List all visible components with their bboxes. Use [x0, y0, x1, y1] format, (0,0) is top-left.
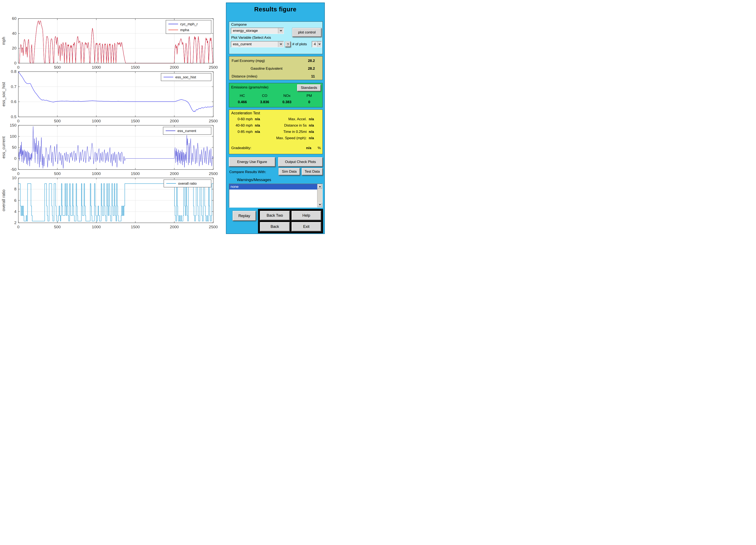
accel-0-85-label: 0-85 mph	[231, 130, 253, 134]
plot-variable-dropdown[interactable]: ess_current	[231, 41, 284, 47]
help-button[interactable]: Help	[292, 211, 321, 220]
warnings-listbox[interactable]: none	[229, 184, 323, 208]
svg-text:2: 2	[14, 221, 16, 225]
scroll-down-button[interactable]	[318, 203, 322, 207]
standards-button[interactable]: Standards	[297, 84, 321, 91]
pm-value: 0	[298, 100, 320, 104]
component-dropdown[interactable]: energy_storage	[231, 28, 284, 34]
svg-text:0: 0	[14, 156, 16, 161]
warnings-list[interactable]: none	[229, 184, 317, 207]
component-dropdown-value: energy_storage	[233, 29, 258, 33]
svg-text:cyc_mph_r: cyc_mph_r	[180, 22, 198, 26]
nox-header: NOx	[276, 94, 298, 98]
num-plots-dropdown[interactable]: 4	[312, 41, 322, 47]
svg-text:overall ratio: overall ratio	[1, 190, 6, 211]
accel-0-60-value: n/a	[255, 117, 260, 121]
svg-text:0: 0	[17, 172, 20, 176]
num-plots-dropdown-value: 4	[314, 42, 316, 46]
svg-text:10: 10	[12, 176, 16, 180]
svg-text:0: 0	[17, 225, 20, 229]
svg-text:40: 40	[12, 31, 16, 36]
svg-text:2500: 2500	[209, 119, 218, 123]
time-quarter-mile-value: n/a	[309, 130, 314, 134]
svg-text:0.8: 0.8	[11, 69, 16, 74]
chevron-down-icon[interactable]	[317, 42, 321, 47]
svg-text:1000: 1000	[92, 65, 101, 70]
svg-text:2500: 2500	[209, 172, 218, 176]
hc-value: 0.466	[231, 100, 254, 104]
gasoline-equivalent-value: 28.2	[308, 67, 315, 71]
exit-button[interactable]: Exit	[292, 222, 321, 231]
svg-text:500: 500	[54, 65, 61, 70]
back-button[interactable]: Back	[260, 222, 290, 231]
svg-text:0.6: 0.6	[11, 99, 16, 104]
acceleration-title: Acceleration Test	[231, 111, 260, 115]
chevron-down-icon[interactable]	[278, 28, 283, 34]
svg-text:0.7: 0.7	[11, 84, 16, 89]
replay-button[interactable]: Replay	[233, 211, 256, 221]
time-quarter-mile-label: Time in 0.25mi	[271, 130, 307, 134]
compare-results-label: Compare Results With:	[229, 170, 266, 174]
svg-text:100: 100	[10, 134, 16, 139]
scrollbar[interactable]	[317, 184, 322, 207]
accel-0-85-value: n/a	[255, 130, 260, 134]
warning-message-item[interactable]: none	[229, 184, 317, 190]
chevron-up-icon	[319, 186, 321, 187]
distance-5s-label: Distance in 5s	[271, 123, 307, 128]
svg-text:2000: 2000	[170, 65, 179, 70]
svg-text:0: 0	[17, 119, 20, 123]
svg-text:150: 150	[10, 123, 16, 127]
svg-text:500: 500	[54, 119, 61, 123]
emissions-box: Emissions (grams/mile) Standards HC CO N…	[229, 83, 323, 107]
svg-text:4: 4	[14, 209, 16, 214]
svg-text:500: 500	[54, 172, 61, 176]
svg-text:-50: -50	[11, 167, 16, 172]
pm-header: PM	[298, 94, 320, 98]
svg-text:20: 20	[12, 46, 16, 50]
num-plots-label: # of plots	[292, 42, 307, 46]
svg-text:mpha: mpha	[180, 28, 189, 32]
svg-text:overall ratio: overall ratio	[178, 182, 197, 186]
gasoline-equivalent-label: Gasoline Equivalent	[232, 67, 282, 71]
max-speed-value: n/a	[309, 136, 314, 140]
svg-text:mph: mph	[1, 37, 6, 45]
page-title: Results figure	[226, 3, 324, 13]
back-two-button[interactable]: Back Two	[260, 211, 290, 220]
current-chart: 05001000150020002500-50050100150ess_curr…	[0, 123, 224, 180]
plot-controls-box: Compone energy_storage plot control Plot…	[229, 21, 323, 54]
svg-text:1000: 1000	[92, 172, 101, 176]
svg-text:1000: 1000	[92, 119, 101, 123]
hc-header: HC	[231, 94, 254, 98]
accel-0-60-label: 0-60 mph	[231, 117, 253, 121]
svg-text:2000: 2000	[170, 172, 179, 176]
svg-text:ess_current: ess_current	[177, 129, 196, 133]
svg-text:0: 0	[14, 61, 16, 65]
distance-5s-value: n/a	[309, 123, 314, 128]
output-check-plots-button[interactable]: Output Check Plots	[278, 157, 323, 167]
soc-chart: 050010001500200025000.50.60.70.8ess_soc_…	[0, 69, 224, 127]
test-data-button[interactable]: Test Data	[302, 168, 323, 175]
co-header: CO	[254, 94, 276, 98]
gradeability-value: n/a	[306, 146, 311, 150]
svg-text:6: 6	[14, 198, 16, 203]
results-panel: Results figure Compone energy_storage pl…	[226, 3, 325, 234]
svg-text:1500: 1500	[131, 225, 140, 229]
svg-text:1500: 1500	[131, 119, 140, 123]
svg-text:2000: 2000	[170, 119, 179, 123]
plot-variable-label: Plot Variable (Select Axis	[231, 36, 271, 40]
max-accel-label: Max. Accel.	[271, 117, 307, 121]
nox-value: 0.383	[276, 100, 298, 104]
help-question-button[interactable]: ?	[285, 42, 291, 47]
chevron-down-icon[interactable]	[278, 42, 283, 47]
ratio-chart: 05001000150020002500246810overall ratioo…	[0, 176, 224, 233]
svg-text:8: 8	[14, 187, 16, 191]
sim-data-button[interactable]: Sim Data	[279, 168, 300, 175]
energy-use-figure-button[interactable]: Energy Use Figure	[229, 157, 275, 167]
accel-40-60-value: n/a	[255, 123, 260, 128]
svg-text:ess_soc_hist: ess_soc_hist	[175, 75, 196, 79]
fuel-economy-box: Fuel Economy (mpg) 28.2 Gasoline Equival…	[229, 56, 323, 80]
component-label: Compone	[231, 23, 247, 27]
scroll-up-button[interactable]	[318, 184, 322, 189]
plot-control-button[interactable]: plot control	[292, 28, 321, 37]
max-accel-value: n/a	[309, 117, 314, 121]
